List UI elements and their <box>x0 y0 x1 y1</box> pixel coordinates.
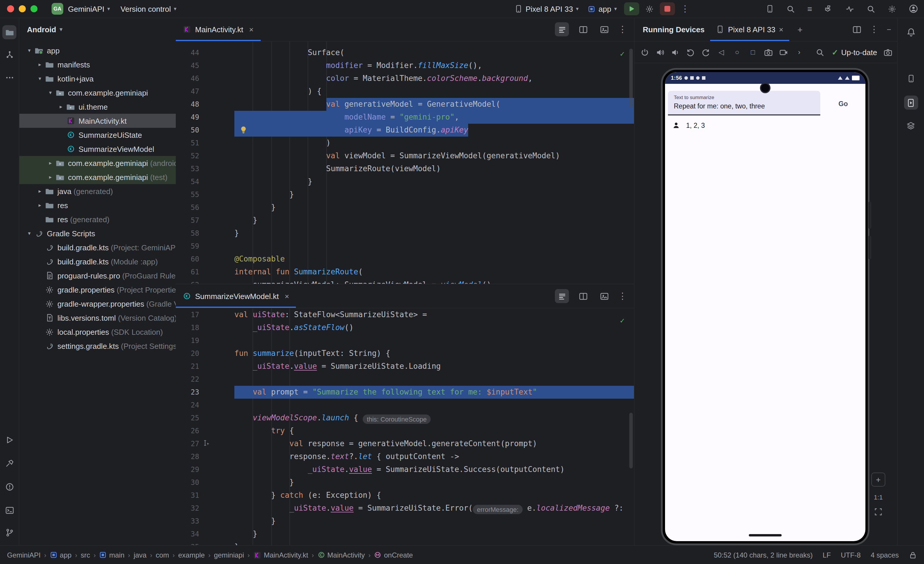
code-line-31[interactable]: 31 } catch (e: Exception) { <box>176 489 634 502</box>
tree-item-local-properties-sdk-location-[interactable]: local.properties (SDK Location) <box>19 325 176 339</box>
line-number[interactable]: 17 <box>176 308 199 321</box>
design-view-button[interactable] <box>597 22 611 36</box>
code-line-26[interactable]: 26 try { <box>176 424 634 438</box>
line-number[interactable]: 55 <box>176 188 199 201</box>
chevron-expanded-icon[interactable]: ▾ <box>25 230 34 236</box>
screen-record-icon[interactable] <box>779 48 788 57</box>
line-number[interactable]: 30 <box>176 476 199 489</box>
breadcrumb-item-geminiapi[interactable]: geminiapi <box>214 551 244 559</box>
version-control-menu[interactable]: Version control ▾ <box>120 5 176 13</box>
caret-position[interactable]: 50:52 (140 chars, 2 line breaks) <box>714 551 813 559</box>
tree-item-mainactivity-kt[interactable]: MainActivity.kt <box>19 114 176 128</box>
search-actions-icon[interactable] <box>786 5 795 13</box>
code-line-23[interactable]: 23 val prompt = "Summarize the following… <box>176 386 634 399</box>
structure-tool-button[interactable] <box>2 48 16 62</box>
problems-tool-button[interactable] <box>2 480 16 494</box>
code-line-56[interactable]: 56 } <box>176 201 634 214</box>
project-tool-button[interactable] <box>2 25 16 39</box>
settings-gear-icon[interactable] <box>888 5 897 13</box>
code-line-32[interactable]: 32 _uiState.value = SummarizeUiState.Err… <box>176 502 634 515</box>
code-line-58[interactable]: 58} <box>176 227 634 240</box>
line-number[interactable]: 26 <box>176 424 199 438</box>
hide-panel-icon[interactable]: − <box>887 25 891 34</box>
user-avatar-icon[interactable] <box>909 4 918 14</box>
breadcrumb-item-mainactivity-kt[interactable]: MainActivity.kt <box>253 551 308 559</box>
breadcrumb-item-example[interactable]: example <box>178 551 205 559</box>
tree-item-com-example-geminiapi-androidtest-[interactable]: ▸com.example.geminiapi (androidTest) <box>19 156 176 170</box>
breadcrumb-item-mainactivity[interactable]: MainActivity <box>317 551 365 559</box>
chevron-collapsed-icon[interactable]: ▸ <box>35 202 45 208</box>
code-line-18[interactable]: 18 _uiState.asStateFlow() <box>176 321 634 334</box>
close-tab-icon[interactable]: × <box>779 25 783 34</box>
menu-lines-icon[interactable]: ≡ <box>807 4 812 14</box>
stop-button[interactable] <box>660 2 675 15</box>
emulator-screen[interactable]: 1:56 Text to summarize Repeat for me: on… <box>665 72 866 541</box>
code-line-47[interactable]: 47 ) { <box>176 85 634 98</box>
profiler-icon[interactable] <box>846 5 854 13</box>
tree-item-gradle-scripts[interactable]: ▾Gradle Scripts <box>19 226 176 241</box>
code-line-17[interactable]: 17val uiState: StateFlow<SummarizeUiStat… <box>176 308 634 321</box>
tree-item-summarizeviewmodel[interactable]: SummarizeViewModel <box>19 142 176 156</box>
minimize-window-button[interactable] <box>19 5 26 12</box>
close-tab-icon[interactable]: × <box>249 25 254 34</box>
line-number[interactable]: 54 <box>176 175 199 188</box>
tree-item-res-generated-[interactable]: res (generated) <box>19 212 176 226</box>
overview-button-icon[interactable]: □ <box>748 48 758 56</box>
power-button-icon[interactable] <box>640 48 649 57</box>
panel-more-icon[interactable]: ⋮ <box>870 24 879 35</box>
split-view-button[interactable] <box>576 22 590 36</box>
tree-item-com-example-geminiapi[interactable]: ▾com.example.geminiapi <box>19 86 176 100</box>
design-view-button[interactable] <box>597 289 611 303</box>
device-manager-icon[interactable] <box>766 5 774 13</box>
code-line-19[interactable]: 19 <box>176 334 634 347</box>
run-tool-button[interactable] <box>2 433 16 447</box>
code-line-27[interactable]: 27 val response = generativeModel.genera… <box>176 438 634 450</box>
code-line-25[interactable]: 25 viewModelScope.launch { this: Corouti… <box>176 412 634 424</box>
code-line-49[interactable]: 49 modelName = "gemini-pro", <box>176 111 634 124</box>
code-view-button[interactable] <box>555 289 569 303</box>
chevron-collapsed-icon[interactable]: ▸ <box>35 188 45 194</box>
indent-style[interactable]: 4 spaces <box>871 551 899 559</box>
code-line-45[interactable]: 45 modifier = Modifier.fillMaxSize(), <box>176 59 634 72</box>
tree-item-gradle-wrapper-properties-gradle-version-[interactable]: gradle-wrapper.properties (Gradle Versio… <box>19 297 176 311</box>
line-number[interactable]: 28 <box>176 450 199 463</box>
line-number[interactable]: 19 <box>176 334 199 347</box>
breadcrumb-item-main[interactable]: main <box>99 551 124 559</box>
tree-item-gradle-properties-project-properties-[interactable]: gradle.properties (Project Properties) <box>19 283 176 297</box>
line-number[interactable]: 34 <box>176 528 199 541</box>
project-view-selector[interactable]: Android ▾ <box>19 18 176 41</box>
split-view-button[interactable] <box>576 289 590 303</box>
code-line-33[interactable]: 33 } <box>176 515 634 528</box>
breadcrumb-item-java[interactable]: java <box>134 551 147 559</box>
tree-item-manifests[interactable]: ▸manifests <box>19 57 176 72</box>
code-line-62[interactable]: 62 summarizeViewModel: SummarizeViewMode… <box>176 278 634 284</box>
volume-down-icon[interactable] <box>671 48 680 57</box>
maximize-window-button[interactable] <box>30 5 38 12</box>
add-device-button[interactable]: + <box>795 24 805 34</box>
go-button[interactable]: Go <box>838 100 848 107</box>
code-line-53[interactable]: 53 SummarizeRoute(viewModel) <box>176 162 634 175</box>
tab-summarizeviewmodel[interactable]: SummarizeViewModel.kt × <box>176 284 296 308</box>
line-number[interactable]: 18 <box>176 321 199 334</box>
build-tool-button[interactable] <box>2 456 16 470</box>
code-line-51[interactable]: 51 ) <box>176 137 634 149</box>
tree-item-com-example-geminiapi-test-[interactable]: ▸com.example.geminiapi (test) <box>19 170 176 184</box>
editor-mainactivity[interactable]: ✓ 44 Surface(45 modifier = Modifier.fill… <box>176 42 634 284</box>
snapshot-camera-icon[interactable] <box>884 48 892 57</box>
code-line-34[interactable]: 34 } <box>176 528 634 541</box>
tree-item-ui-theme[interactable]: ▸ui.theme <box>19 100 176 114</box>
zoom-level-label[interactable]: 1:1 <box>874 494 883 501</box>
code-line-50[interactable]: 50 apiKey = BuildConfig.apiKey <box>176 124 634 137</box>
code-line-57[interactable]: 57 } <box>176 214 634 227</box>
line-number[interactable]: 24 <box>176 399 199 412</box>
code-line-46[interactable]: 46 color = MaterialTheme.colorScheme.bac… <box>176 72 634 85</box>
chevron-expanded-icon[interactable]: ▾ <box>25 48 34 53</box>
tree-item-java-generated-[interactable]: ▸java (generated) <box>19 184 176 198</box>
code-line-28[interactable]: 28 response.text?.let { outputContent -> <box>176 450 634 463</box>
rotate-right-icon[interactable] <box>701 48 710 57</box>
notifications-bell-icon[interactable] <box>904 25 918 39</box>
line-number[interactable]: 56 <box>176 201 199 214</box>
breadcrumb-item-oncreate[interactable]: onCreate <box>374 551 413 559</box>
caret-marker-icon[interactable] <box>203 439 210 447</box>
readonly-lock-icon[interactable] <box>909 551 917 559</box>
